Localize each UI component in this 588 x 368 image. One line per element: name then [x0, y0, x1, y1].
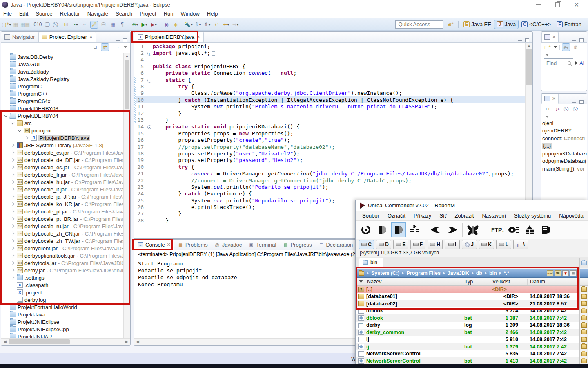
new-task-menu-icon[interactable] — [554, 46, 557, 48]
file-row-dblook[interactable]: dblookbat1 38714.08.2017 7:42 — [356, 314, 579, 322]
expander-expanded-icon[interactable] — [11, 121, 14, 124]
crumb-bin[interactable]: bin — [489, 270, 497, 276]
tree-item-derbylocale-ko-kr-jar[interactable]: derbyLocale_ko_KR.jar- C:\Program Files\… — [1, 200, 123, 208]
drive-h-button[interactable]: H — [428, 240, 443, 249]
tree-item-projektderby03[interactable]: ProjektDERBY03 — [1, 105, 123, 112]
expander-collapsed-icon[interactable] — [11, 210, 14, 213]
tab-close-icon[interactable]: ✕ — [552, 34, 556, 40]
tree-item-projektjnieclipsecpp[interactable]: ProjektJNIEclipseCpp — [1, 325, 123, 333]
tree-item-derbylocale-ru-jar[interactable]: derbyLocale_ru.jar- C:\Program Files\Jav… — [1, 222, 123, 230]
crumb-program-files[interactable]: Program Files — [406, 270, 440, 276]
commander-menu-p-kazy[interactable]: Příkazy — [410, 212, 435, 220]
scroll-up-icon[interactable]: ▲ — [124, 53, 130, 59]
tree-item-programc64x[interactable]: ProgramC64x — [1, 97, 123, 105]
tree-item-derbylocale-fr-jar[interactable]: derbyLocale_fr.jar- C:\Program Files\Jav… — [1, 171, 123, 178]
tree-item-programc[interactable]: ProgramC — [1, 83, 123, 90]
menu-edit[interactable]: Edit — [16, 10, 32, 18]
menu-file[interactable]: File — [0, 10, 16, 18]
tree-item-derbylocale-es-jar[interactable]: derbyLocale_es.jar- C:\Program Files\Jav… — [1, 164, 123, 171]
panel-dual-icon[interactable] — [392, 223, 405, 237]
hide-fields-icon[interactable]: ⃠ — [564, 105, 571, 112]
last-edit-location-icon[interactable]: ↩ — [213, 21, 220, 28]
connect-plug-icon[interactable]: ⌁ — [81, 21, 88, 28]
close-icon[interactable]: ✕ — [574, 2, 579, 7]
tree-item-projektjava[interactable]: ProjektJava — [1, 311, 123, 318]
tab-navigator[interactable]: Navigator — [1, 32, 38, 42]
expander-collapsed-icon[interactable] — [11, 254, 14, 257]
drive-e-button[interactable]: E — [393, 240, 408, 249]
tab-close-icon[interactable]: ✕ — [552, 96, 556, 101]
history-button[interactable]: ≣ — [570, 270, 577, 276]
explorer-vscrollbar[interactable]: ▲ — [123, 53, 130, 338]
outline-item-main-string[interactable]: main(String[]) : voi — [541, 165, 587, 173]
tree-item-derbylocale-pl-jar[interactable]: derbyLocale_pl.jar- C:\Program Files\Jav… — [1, 208, 123, 215]
link-with-editor-icon[interactable]: ⇄ — [101, 44, 109, 51]
outline-minimize-icon[interactable] — [572, 101, 576, 103]
coverage-icon[interactable]: ◔ — [72, 21, 79, 28]
expander-expanded-icon[interactable] — [4, 113, 7, 117]
tree-item-projektfortranhalloworld[interactable]: ProjektFortranHalloWorld — [1, 303, 123, 311]
tree-item-derby-log[interactable]: derby.log — [1, 296, 123, 303]
tasklist-maximize-icon[interactable] — [579, 38, 584, 42]
crumb-javajdk[interactable]: JavaJDK — [448, 270, 469, 276]
refresh-icon[interactable] — [359, 223, 373, 237]
save-icon[interactable]: ▦ — [12, 21, 19, 28]
tree-item-derbylocale-zh-tw-jar[interactable]: derbyLocale_zh_TW.jar- C:\Program Files\… — [1, 237, 123, 245]
file-row-networkservercontrol[interactable]: NetworkServerControlbat1 41314.08.2017 7… — [356, 357, 579, 364]
perspective-java[interactable]: JJava — [494, 20, 518, 29]
hide-static-icon[interactable]: ⃠ˢ — [573, 105, 581, 112]
tree-item-pripojeni[interactable]: pripojeni — [1, 127, 123, 134]
tree-item-derbylocale-de-de-jar[interactable]: derbyLocale_de_DE.jar- C:\Program Files\… — [1, 156, 123, 164]
drive-c-button[interactable]: C — [359, 240, 374, 249]
fold-expand-icon[interactable]: + — [147, 52, 151, 56]
menu-source[interactable]: Source — [32, 10, 56, 18]
commander-menu-nastaven[interactable]: Nastavení — [478, 212, 510, 220]
outline-item-ojeni[interactable]: ojeni — [541, 119, 587, 127]
file-row-ij[interactable]: ijbat1 37914.08.2017 7:42 — [356, 343, 579, 350]
outline-item-odpojimedatabazi[interactable]: odpojimeDatabazi( — [541, 157, 587, 165]
run-icon[interactable]: ▶ — [141, 21, 148, 28]
expander-collapsed-icon[interactable] — [11, 151, 14, 154]
root-button[interactable]: root — [547, 270, 553, 276]
tree-item-derbylocale-pt-br-jar[interactable]: derbyLocale_pt_BR.jar- C:\Program Files\… — [1, 215, 123, 222]
outline-item-[interactable]: {...} — [541, 142, 587, 150]
expander-collapsed-icon[interactable] — [11, 239, 14, 242]
tree-item-derbylocale-it-jar[interactable]: derbyLocale_it.jar- C:\Program Files\Jav… — [1, 186, 123, 193]
expander-collapsed-icon[interactable] — [11, 180, 14, 184]
tree-item-java-gui[interactable]: Java.GUI — [1, 61, 123, 68]
fold-collapse-icon[interactable]: - — [147, 79, 151, 83]
expander-collapsed-icon[interactable] — [11, 195, 14, 198]
expander-collapsed-icon[interactable] — [11, 188, 14, 191]
menu-refactor[interactable]: Refactor — [56, 10, 84, 18]
column-datum[interactable]: Datum — [527, 279, 579, 285]
scroll-left-icon[interactable]: ◀ — [135, 339, 140, 345]
folder-tab-bin[interactable]: bin — [359, 258, 383, 267]
tree-item-java-zaklady-registry[interactable]: Java.Zaklady.Registry — [1, 75, 123, 83]
tab-pripojeniderby-java[interactable]: J PripojeniDERBY.java ✕ — [134, 32, 204, 42]
commander-menu-s[interactable]: Síť — [435, 212, 450, 220]
view-menu-icon[interactable] — [124, 46, 127, 48]
outline-maximize-icon[interactable] — [579, 100, 584, 104]
search-icon[interactable]: 🔦 — [185, 21, 192, 28]
categorized-view-icon[interactable]: 🗁 — [562, 44, 570, 51]
back-icon[interactable]: ⬅ — [223, 21, 229, 28]
back-wing-icon[interactable] — [429, 223, 443, 237]
tree-item-programc[interactable]: ProgramC++ — [1, 90, 123, 97]
expander-collapsed-icon[interactable] — [11, 144, 14, 147]
all-filter-label[interactable]: Al — [579, 60, 584, 66]
forward-wing-icon[interactable] — [445, 223, 459, 237]
prev-annotation-icon[interactable]: ⇧ — [204, 21, 211, 28]
tab-progress[interactable]: Progress — [279, 240, 315, 250]
breadcrumb-path-bar[interactable]: System (C:)Program FilesJavaJDKdbbin*.* … — [356, 269, 579, 278]
tree-item-derbylocale-zh-cn-jar[interactable]: derbyLocale_zh_CN.jar- C:\Program Files\… — [1, 230, 123, 237]
explorer-maximize-icon[interactable] — [123, 38, 127, 42]
save-all-icon[interactable]: ▦▦ — [22, 21, 29, 28]
ftp-label[interactable]: FTP: — [491, 227, 504, 233]
outline-item-ojeniderby[interactable]: ojeniDERBY — [541, 127, 587, 135]
expander-collapsed-icon[interactable] — [25, 136, 28, 139]
tab-close-icon[interactable]: ✕ — [167, 242, 171, 247]
file-row-derby-common[interactable]: derby_commonbat2 46614.08.2017 7:42 — [356, 329, 579, 336]
new-java-project-icon[interactable]: ⊞ — [62, 21, 69, 28]
tree-item-derbylocale-cs-jar[interactable]: derbyLocale_cs.jar- C:\Program Files\Jav… — [1, 149, 123, 156]
file-row-ij[interactable]: ij5 91014.08.2017 7:42 — [356, 336, 579, 343]
